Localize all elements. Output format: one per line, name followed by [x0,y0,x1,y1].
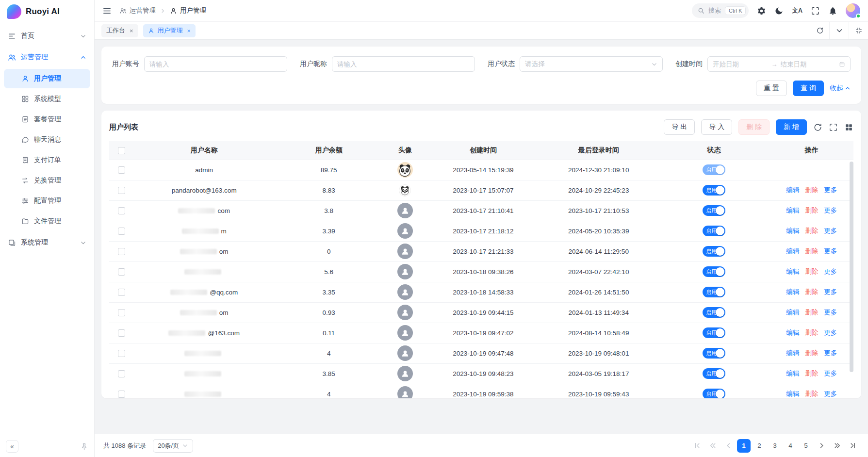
column-settings-icon[interactable] [844,123,853,132]
delete-link[interactable]: 删除 [805,288,818,295]
delete-link[interactable]: 删除 [805,186,818,194]
page-2-button[interactable]: 2 [753,439,766,453]
row-checkbox[interactable] [118,207,125,214]
menu-toggle-icon[interactable] [102,6,112,16]
sidebar-collapse-button[interactable]: « [6,440,18,453]
table-scrollbar[interactable] [850,162,853,395]
more-link[interactable]: 更多 [824,390,837,397]
content-expand-button[interactable] [849,22,868,39]
delete-link[interactable]: 删除 [805,309,818,316]
delete-link[interactable]: 删除 [805,370,818,377]
more-link[interactable]: 更多 [824,329,837,336]
more-link[interactable]: 更多 [824,186,837,194]
table-fullscreen-icon[interactable] [829,123,838,132]
row-checkbox[interactable] [118,187,125,194]
status-toggle[interactable]: 启用 [703,287,725,297]
page-3-button[interactable]: 3 [768,439,782,453]
refresh-table-icon[interactable] [813,123,822,132]
nickname-input[interactable] [337,61,470,68]
start-date-input[interactable] [713,61,769,68]
add-button[interactable]: 新 增 [776,119,807,135]
status-toggle[interactable]: 启用 [703,389,725,398]
delete-link[interactable]: 删除 [805,227,818,234]
more-link[interactable]: 更多 [824,349,837,357]
more-link[interactable]: 更多 [824,288,837,295]
sidebar-item-exchange-management[interactable]: 兑换管理 [4,171,90,190]
status-toggle[interactable]: 启用 [703,185,725,196]
page-first-button[interactable] [690,439,704,453]
edit-link[interactable]: 编辑 [786,186,799,194]
page-next2-button[interactable] [830,439,844,453]
row-checkbox[interactable] [118,370,125,377]
scrollbar-thumb[interactable] [850,162,853,372]
page-1-button[interactable]: 1 [737,439,751,453]
sidebar-item-operations[interactable]: 运营管理 [0,47,94,68]
sidebar-item-package-management[interactable]: 套餐管理 [4,110,90,129]
edit-link[interactable]: 编辑 [786,370,799,377]
row-checkbox[interactable] [118,166,125,174]
more-link[interactable]: 更多 [824,309,837,316]
tab-workbench[interactable]: 工作台× [101,24,138,37]
status-toggle[interactable]: 启用 [703,266,725,277]
more-link[interactable]: 更多 [824,207,837,214]
fullscreen-icon[interactable] [811,6,820,16]
refresh-tab-button[interactable] [810,22,829,39]
breadcrumb-operations[interactable]: 运营管理 [119,6,156,15]
row-checkbox[interactable] [118,268,125,276]
sidebar-item-payment-orders[interactable]: 支付订单 [4,150,90,170]
more-link[interactable]: 更多 [824,227,837,234]
row-checkbox[interactable] [118,329,125,337]
user-avatar[interactable] [846,3,860,18]
delete-link[interactable]: 删除 [805,349,818,357]
sidebar-item-system-management[interactable]: 系统管理 [0,232,94,253]
edit-link[interactable]: 编辑 [786,288,799,295]
notifications-bell-icon[interactable] [828,6,837,16]
account-input[interactable] [149,61,282,68]
status-toggle[interactable]: 启用 [703,246,725,257]
delete-link[interactable]: 删除 [805,268,818,275]
edit-link[interactable]: 编辑 [786,247,799,255]
more-link[interactable]: 更多 [824,268,837,275]
delete-button[interactable]: 删 除 [738,119,770,135]
row-checkbox[interactable] [118,350,125,357]
page-prev-button[interactable] [721,439,735,453]
close-tab-icon[interactable]: × [187,28,191,34]
page-last-button[interactable] [846,439,859,453]
edit-link[interactable]: 编辑 [786,268,799,275]
end-date-input[interactable] [781,61,836,68]
language-translate-icon[interactable]: 文A [792,7,802,15]
select-all-checkbox[interactable] [118,147,125,154]
sidebar-item-home[interactable]: 首页 [0,25,94,47]
sidebar-item-config-management[interactable]: 配置管理 [4,191,90,211]
breadcrumb-user-management[interactable]: 用户管理 [170,6,206,15]
collapse-filter-link[interactable]: 收起 [830,84,851,93]
status-toggle[interactable]: 启用 [703,327,725,338]
delete-link[interactable]: 删除 [805,390,818,397]
edit-link[interactable]: 编辑 [786,309,799,316]
global-search[interactable]: 搜索 Ctrl K [692,3,749,18]
more-link[interactable]: 更多 [824,370,837,377]
row-checkbox[interactable] [118,391,125,398]
row-checkbox[interactable] [118,248,125,255]
edit-link[interactable]: 编辑 [786,329,799,336]
status-toggle[interactable]: 启用 [703,307,725,318]
sidebar-item-file-management[interactable]: 文件管理 [4,212,90,231]
delete-link[interactable]: 删除 [805,329,818,336]
delete-link[interactable]: 删除 [805,207,818,214]
app-logo[interactable]: Ruoyi AI [0,0,94,23]
page-next-button[interactable] [815,439,828,453]
status-toggle[interactable]: 启用 [703,368,725,379]
edit-link[interactable]: 编辑 [786,349,799,357]
page-5-button[interactable]: 5 [799,439,813,453]
status-select[interactable]: 请选择 [520,56,663,72]
settings-gear-icon[interactable] [757,6,766,16]
sidebar-item-system-model[interactable]: 系统模型 [4,89,90,109]
export-button[interactable]: 导 出 [664,119,695,135]
page-size-select[interactable]: 20条/页 [153,439,193,453]
row-checkbox[interactable] [118,289,125,296]
close-tab-icon[interactable]: × [130,28,133,34]
more-link[interactable]: 更多 [824,247,837,255]
row-checkbox[interactable] [118,309,125,316]
page-prev2-button[interactable] [706,439,720,453]
status-toggle[interactable]: 启用 [703,226,725,236]
